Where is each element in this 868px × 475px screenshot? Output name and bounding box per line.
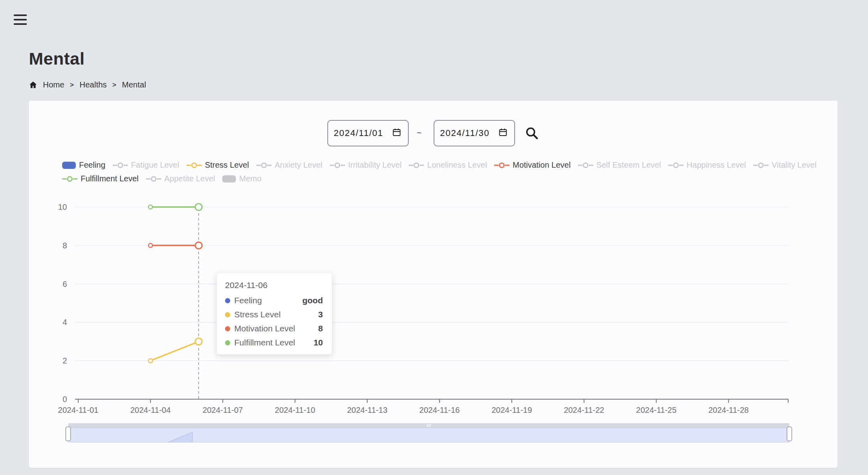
tooltip-label: Stress Level [234, 309, 281, 320]
magnifier-icon [525, 126, 539, 142]
legend-label: Memo [239, 174, 262, 183]
svg-text:2: 2 [63, 356, 67, 365]
series-line-icon [668, 162, 683, 168]
end-date-value: 2024/11/30 [440, 128, 489, 138]
series-line-icon [62, 176, 77, 182]
breadcrumb-item-mental: Mental [122, 80, 146, 89]
datazoom-slider[interactable] [68, 423, 789, 443]
series-line-icon [256, 162, 272, 168]
tooltip-row-fulfillment-level: Fulfillment Level10 [225, 337, 323, 348]
svg-text:2024-11-19: 2024-11-19 [491, 406, 532, 414]
legend-item-anxiety-level[interactable]: Anxiety Level [256, 160, 322, 170]
chevron-right-icon: > [70, 81, 74, 89]
svg-text:2024-11-01: 2024-11-01 [58, 406, 99, 414]
svg-text:2024-11-10: 2024-11-10 [275, 406, 315, 414]
datazoom-move-handle[interactable] [68, 423, 789, 428]
legend-label: Irritability Level [348, 160, 402, 170]
legend-label: Fulfillment Level [81, 174, 139, 183]
series-line-icon [113, 162, 128, 168]
tooltip-row-feeling: Feelinggood [225, 295, 323, 306]
chevron-right-icon: > [112, 81, 116, 89]
svg-text:4: 4 [63, 318, 67, 327]
svg-text:2024-11-13: 2024-11-13 [347, 406, 387, 414]
legend-label: Self Esteem Level [596, 160, 661, 170]
breadcrumb-item-home[interactable]: Home [43, 80, 64, 89]
calendar-icon[interactable] [392, 128, 402, 139]
legend-item-fulfillment-level[interactable]: Fulfillment Level [62, 174, 139, 183]
end-date-input[interactable]: 2024/11/30 [434, 120, 515, 146]
page: { "page": { "title": "Mental", "backgrou… [0, 0, 868, 475]
tooltip-value: 3 [318, 309, 323, 320]
legend-label: Fatigue Level [131, 160, 179, 170]
chart-card: 2024/11/01 ~ 2024/11/30 FeelingFatigue L… [29, 101, 838, 468]
series-rect-icon [222, 175, 236, 183]
datazoom-right-handle[interactable] [787, 426, 792, 441]
grip-icon [427, 424, 431, 427]
breadcrumb: Home > Healths > Mental [29, 80, 146, 89]
calendar-icon[interactable] [498, 128, 508, 139]
legend-item-happiness-level[interactable]: Happiness Level [668, 160, 746, 170]
svg-text:2024-11-28: 2024-11-28 [708, 406, 749, 414]
tooltip-value: good [302, 295, 323, 306]
series-line-icon [330, 162, 345, 168]
legend-item-stress-level[interactable]: Stress Level [187, 160, 249, 170]
svg-text:2024-11-25: 2024-11-25 [636, 406, 677, 414]
series-line-icon [578, 162, 593, 168]
tooltip-label: Fulfillment Level [234, 337, 295, 348]
house-icon[interactable] [29, 81, 37, 89]
tooltip-date: 2024-11-06 [225, 280, 323, 290]
tooltip-value: 8 [318, 323, 323, 334]
legend-label: Happiness Level [687, 160, 746, 170]
legend-item-fatigue-level[interactable]: Fatigue Level [113, 160, 179, 170]
page-title: Mental [29, 49, 85, 69]
menu-hamburger-icon[interactable] [14, 14, 27, 25]
legend-item-memo[interactable]: Memo [222, 174, 262, 183]
legend-label: Vitality Level [772, 160, 817, 170]
svg-text:2024-11-16: 2024-11-16 [419, 406, 460, 414]
series-line-icon [753, 162, 769, 168]
legend-item-self-esteem-level[interactable]: Self Esteem Level [578, 160, 661, 170]
tooltip-row-stress-level: Stress Level3 [225, 309, 323, 320]
tooltip-value: 10 [314, 337, 323, 348]
start-date-input[interactable]: 2024/11/01 [327, 120, 409, 146]
svg-text:0: 0 [63, 395, 67, 404]
legend-item-motivation-level[interactable]: Motivation Level [494, 160, 571, 170]
legend-label: Feeling [79, 160, 105, 170]
chart-plot-area[interactable] [75, 203, 788, 400]
datazoom-left-handle[interactable] [65, 426, 71, 441]
tooltip-row-motivation-level: Motivation Level8 [225, 323, 323, 334]
start-date-value: 2024/11/01 [334, 128, 383, 138]
series-dot-icon [225, 340, 230, 345]
legend-item-loneliness-level[interactable]: Loneliness Level [409, 160, 487, 170]
svg-text:2024-11-07: 2024-11-07 [203, 406, 243, 414]
chart-tooltip: 2024-11-06 FeelinggoodStress Level3Motiv… [217, 273, 332, 355]
svg-text:2024-11-04: 2024-11-04 [130, 406, 171, 414]
legend-item-irritability-level[interactable]: Irritability Level [330, 160, 402, 170]
series-line-icon [146, 176, 161, 182]
legend-item-appetite-level[interactable]: Appetite Level [146, 174, 215, 183]
legend-label: Motivation Level [513, 160, 571, 170]
legend-item-vitality-level[interactable]: Vitality Level [753, 160, 817, 170]
svg-text:8: 8 [63, 241, 67, 250]
series-line-icon [409, 162, 424, 168]
series-rect-icon [62, 162, 76, 169]
tooltip-label: Motivation Level [234, 323, 295, 334]
legend-label: Stress Level [205, 160, 249, 170]
datazoom-selected-area[interactable] [68, 428, 789, 443]
svg-text:6: 6 [63, 280, 67, 288]
svg-text:10: 10 [58, 203, 67, 211]
series-dot-icon [225, 326, 230, 331]
date-range-separator: ~ [413, 128, 425, 138]
chart-legend: FeelingFatigue LevelStress LevelAnxiety … [62, 160, 828, 183]
svg-text:2024-11-22: 2024-11-22 [564, 406, 604, 414]
search-button[interactable] [523, 125, 541, 142]
legend-label: Loneliness Level [427, 160, 487, 170]
legend-label: Anxiety Level [275, 160, 322, 170]
series-dot-icon [225, 298, 230, 303]
series-dot-icon [225, 312, 230, 317]
breadcrumb-item-healths[interactable]: Healths [79, 80, 107, 89]
tooltip-label: Feeling [234, 295, 262, 306]
legend-item-feeling[interactable]: Feeling [62, 160, 105, 170]
legend-label: Appetite Level [164, 174, 215, 183]
series-line-icon [187, 162, 202, 168]
